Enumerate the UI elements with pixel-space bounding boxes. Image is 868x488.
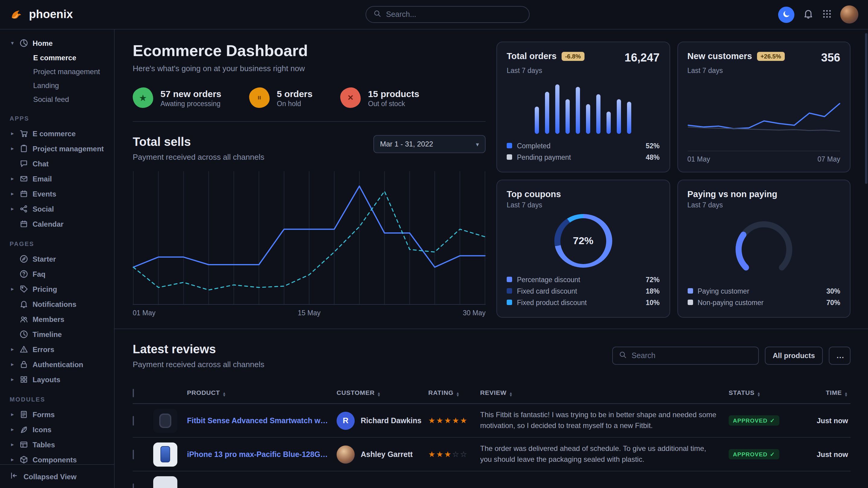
apps-menu-button[interactable] [822, 9, 832, 20]
clock-icon [19, 330, 28, 339]
sidebar-item-faq[interactable]: Faq [7, 266, 108, 282]
sort-icon[interactable]: ▲▼ [844, 392, 848, 397]
sidebar-item-label: Icons [33, 425, 52, 434]
column-header-rating[interactable]: RATING▲▼ [428, 389, 480, 397]
sidebar-item-label: Calendar [33, 220, 64, 228]
grid-icon [19, 375, 28, 384]
navbar-search[interactable] [366, 6, 530, 23]
bell-icon [19, 300, 28, 308]
sidebar-item-social[interactable]: ▸Social [7, 201, 108, 217]
column-header-review[interactable]: REVIEW▲▼ [480, 389, 728, 397]
product-thumbnail [153, 476, 177, 488]
sidebar-item-notifications[interactable]: Notifications [7, 297, 108, 312]
sidebar-subitem-social-feed[interactable]: Social feed [7, 92, 108, 106]
sidebar-item-authentication[interactable]: ▸Authentication [7, 357, 108, 372]
scrollbar-thumb[interactable] [865, 33, 867, 184]
navbar-actions [778, 5, 858, 24]
sidebar-item-home[interactable]: ▾Home [7, 36, 108, 51]
reviews-search[interactable] [612, 347, 759, 365]
top-navbar: phoenix [0, 0, 868, 30]
sidebar-item-tables[interactable]: ▸Tables [7, 437, 108, 452]
sort-icon[interactable]: ▲▼ [377, 392, 381, 397]
row-checkbox[interactable] [133, 416, 134, 425]
sidebar-item-calendar[interactable]: Calendar [7, 217, 108, 231]
review-time: Just now [800, 416, 850, 425]
customer-avatar [337, 445, 355, 463]
sidebar-item-label: Project management [33, 144, 104, 153]
phoenix-logo-icon [10, 6, 24, 23]
navbar-search-input[interactable] [386, 10, 522, 19]
sidebar-item-events[interactable]: ▸Events [7, 186, 108, 201]
date-range-select[interactable]: Mar 1 - 31, 2022 ▾ [373, 135, 486, 153]
app-root: phoenix ▾HomeE commerceProject managemen… [0, 0, 868, 488]
sidebar-subitem-project-management[interactable]: Project management [7, 65, 108, 78]
cart-icon [19, 129, 28, 138]
column-header-customer[interactable]: CUSTOMER▲▼ [337, 389, 428, 397]
theme-toggle-button[interactable] [778, 6, 795, 23]
apps-grid-icon [822, 9, 832, 20]
card-title: Top coupons [507, 189, 561, 199]
column-header-product[interactable]: PRODUCT▲▼ [187, 389, 337, 397]
sidebar-item-timeline[interactable]: Timeline [7, 327, 108, 342]
row-checkbox[interactable] [133, 483, 134, 488]
sort-icon[interactable]: ▲▼ [509, 392, 513, 397]
select-all-checkbox[interactable] [133, 389, 134, 397]
sidebar-item-layouts[interactable]: ▸Layouts [7, 372, 108, 387]
stat-title: 5 orders [277, 88, 312, 99]
clipboard-icon [19, 144, 28, 153]
caret-icon: ▸ [10, 146, 15, 151]
page-subtitle: Here's what's going on at your business … [133, 64, 486, 73]
total-orders-legend: Completed52%Pending payment48% [507, 140, 660, 163]
pie-chart-icon [19, 39, 28, 47]
column-header-time[interactable]: TIME▲▼ [800, 389, 850, 397]
sidebar-item-icons[interactable]: ▸Icons [7, 422, 108, 437]
total-sells-title: Total sells [133, 135, 264, 149]
all-products-button[interactable]: All products [765, 347, 823, 365]
sidebar-item-email[interactable]: ▸Email [7, 171, 108, 186]
legend-swatch [687, 300, 693, 305]
sidebar: ▾HomeE commerceProject managementLanding… [0, 30, 115, 488]
column-header-status[interactable]: STATUS▲▼ [728, 389, 800, 397]
row-checkbox[interactable] [133, 449, 134, 459]
product-link[interactable]: iPhone 13 pro max-Pacific Blue-128GB sto… [187, 450, 337, 458]
new-customers-line-chart [687, 74, 840, 146]
brand[interactable]: phoenix [10, 6, 117, 23]
sidebar-item-components[interactable]: ▸Components [7, 452, 108, 464]
sort-icon[interactable]: ▲▼ [456, 392, 460, 397]
sidebar-item-errors[interactable]: ▸Errors [7, 342, 108, 357]
more-options-button[interactable]: ... [829, 347, 850, 365]
bell-icon [803, 8, 814, 21]
sidebar-item-label: Timeline [33, 330, 62, 338]
sidebar-item-chat[interactable]: Chat [7, 156, 108, 171]
sidebar-item-starter[interactable]: Starter [7, 251, 108, 266]
customer-name: Richard Dawkins [361, 416, 421, 425]
calendar-event-icon [19, 189, 28, 198]
card-period: Last 7 days [507, 67, 660, 74]
compass-icon [19, 254, 28, 263]
new-customers-card: New customers +26.5% 356 Last 7 days 01 … [677, 42, 850, 172]
sidebar-item-pricing[interactable]: ▸Pricing [7, 282, 108, 297]
date-range-value: Mar 1 - 31, 2022 [380, 140, 433, 148]
sidebar-item-label: E commerce [33, 129, 76, 138]
brand-name: phoenix [29, 8, 73, 21]
sidebar-subitem-landing[interactable]: Landing [7, 78, 108, 92]
caret-icon: ▸ [10, 442, 15, 447]
reviews-search-input[interactable] [631, 352, 752, 360]
collapsed-view-toggle[interactable]: Collapsed View [0, 464, 114, 488]
product-link[interactable]: Fitbit Sense Advanced Smartwatch with To… [187, 416, 337, 425]
sidebar-item-project-management[interactable]: ▸Project management [7, 141, 108, 156]
sidebar-subitem-e-commerce[interactable]: E commerce [7, 51, 108, 65]
help-icon [19, 269, 28, 279]
status-badge: APPROVED ✓ [728, 415, 779, 426]
sort-icon[interactable]: ▲▼ [222, 392, 226, 397]
sidebar-item-members[interactable]: Members [7, 312, 108, 327]
sidebar-item-label: Layouts [33, 375, 60, 384]
sort-icon[interactable]: ▲▼ [757, 392, 761, 397]
sidebar-item-label: Authentication [33, 360, 83, 369]
sidebar-item-forms[interactable]: ▸Forms [7, 407, 108, 422]
lock-icon [19, 360, 28, 369]
sidebar-item-e-commerce[interactable]: ▸E commerce [7, 126, 108, 141]
user-avatar[interactable] [840, 5, 858, 24]
notifications-button[interactable] [803, 8, 814, 21]
legend-swatch [507, 154, 512, 160]
